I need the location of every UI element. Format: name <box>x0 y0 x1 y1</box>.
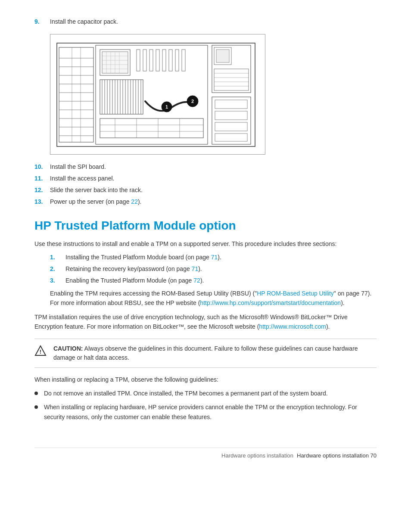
guidelines-list: Do not remove an installed TPM. Once ins… <box>34 389 377 422</box>
caution-label: CAUTION: <box>53 345 83 352</box>
bitlocker-paragraph: TPM installation requires the use of dri… <box>34 312 377 332</box>
step-13: 13. Power up the server (on page 22). <box>34 197 377 206</box>
step-9-text: Install the capacitor pack. <box>50 17 118 26</box>
tpm-step-3: 3. Enabling the Trusted Platform Module … <box>50 276 377 285</box>
guideline-item-2: When installing or replacing hardware, H… <box>34 402 377 422</box>
bullet-dot-1 <box>34 392 38 395</box>
caution-icon: ! <box>34 345 47 357</box>
step-10-text: Install the SPI board. <box>50 162 106 171</box>
tpm-link-72[interactable]: 72 <box>193 277 200 284</box>
step-11: 11. Install the access panel. <box>34 174 377 183</box>
svg-text:2: 2 <box>191 99 194 104</box>
tpm-step-2: 2. Retaining the recovery key/password (… <box>50 264 377 274</box>
page-footer: Hardware options installation Hardware o… <box>34 448 377 459</box>
svg-text:1: 1 <box>165 104 168 109</box>
step-12: 12. Slide the server back into the rack. <box>34 186 377 195</box>
rbsu-link[interactable]: HP ROM-Based Setup Utility <box>257 290 334 297</box>
steps-10-13: 10. Install the SPI board. 11. Install t… <box>34 162 377 206</box>
tpm-step-3-num: 3. <box>50 276 65 285</box>
guidelines-intro: When installing or replacing a TPM, obse… <box>34 375 377 384</box>
step-10: 10. Install the SPI board. <box>34 162 377 171</box>
guideline-text-2: When installing or replacing hardware, H… <box>44 402 377 422</box>
step-13-text: Power up the server (on page 22). <box>50 197 141 206</box>
step-13-num: 13. <box>34 197 50 206</box>
capacitor-pack-image: 1 2 <box>50 34 265 155</box>
guideline-item-1: Do not remove an installed TPM. Once ins… <box>34 389 377 398</box>
step-10-num: 10. <box>34 162 50 171</box>
server-diagram-svg: 1 2 <box>50 34 265 154</box>
caution-box: ! CAUTION: Always observe the guidelines… <box>34 339 377 368</box>
tpm-step-1-num: 1. <box>50 253 65 262</box>
step-11-num: 11. <box>34 174 50 183</box>
step-9: 9. Install the capacitor pack. <box>34 17 377 26</box>
svg-rect-0 <box>50 34 265 154</box>
rbsu-paragraph: Enabling the TPM requires accessing the … <box>50 289 377 308</box>
caution-text: CAUTION: Always observe the guidelines i… <box>53 344 377 362</box>
guideline-text-1: Do not remove an installed TPM. Once ins… <box>44 389 328 398</box>
section-heading: HP Trusted Platform Module option <box>34 218 377 233</box>
hp-website-link[interactable]: http://www.hp.com/support/smartstart/doc… <box>200 299 341 306</box>
tpm-step-2-num: 2. <box>50 264 65 274</box>
step-12-text: Slide the server back into the rack. <box>50 186 143 195</box>
footer-text: Hardware options installation <box>221 452 293 459</box>
tpm-link-71b[interactable]: 71 <box>192 265 199 272</box>
svg-rect-57 <box>216 50 229 62</box>
tpm-step-1: 1. Installing the Trusted Platform Modul… <box>50 253 377 262</box>
step-12-num: 12. <box>34 186 50 195</box>
tpm-step-2-text: Retaining the recovery key/password (on … <box>65 264 202 274</box>
bullet-dot-2 <box>34 405 38 409</box>
footer-page-number: Hardware options installation 70 <box>297 452 377 459</box>
tpm-numbered-list: 1. Installing the Trusted Platform Modul… <box>50 253 377 285</box>
step-9-num: 9. <box>34 17 50 26</box>
page: 9. Install the capacitor pack. <box>0 0 411 485</box>
svg-text:!: ! <box>40 348 41 355</box>
tpm-step-1-text: Installing the Trusted Platform Module b… <box>65 253 221 262</box>
microsoft-link[interactable]: http://www.microsoft.com <box>259 323 326 330</box>
tpm-step-3-text: Enabling the Trusted Platform Module (on… <box>65 276 204 285</box>
caution-body: Always observe the guidelines in this do… <box>53 345 358 361</box>
intro-paragraph: Use these instructions to install and en… <box>34 239 377 249</box>
tpm-link-71a[interactable]: 71 <box>211 254 218 261</box>
step-11-text: Install the access panel. <box>50 174 114 183</box>
step-13-link[interactable]: 22 <box>131 198 138 205</box>
